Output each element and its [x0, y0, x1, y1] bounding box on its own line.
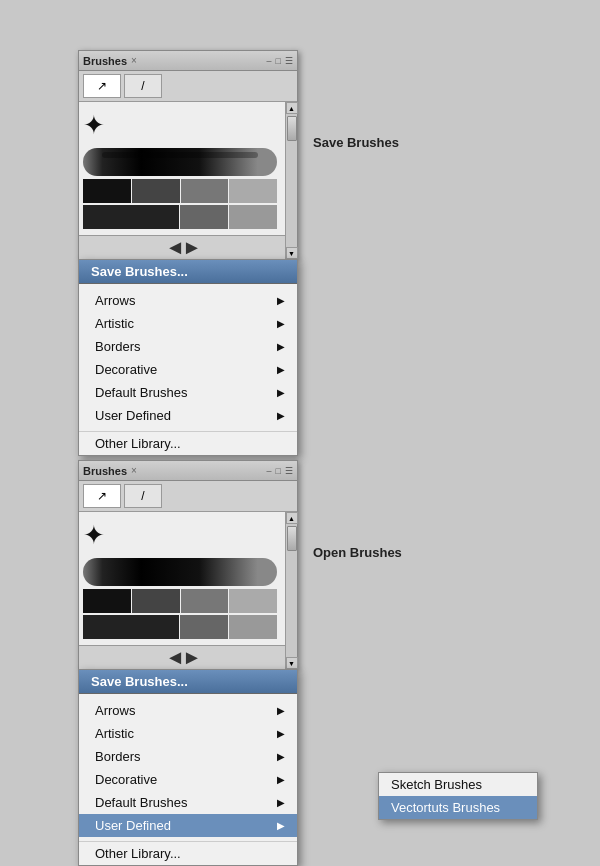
artistic-submenu-icon: ▶: [277, 318, 285, 329]
swatch-5: [83, 205, 179, 229]
panel-menu-icon-bottom[interactable]: ☰: [285, 466, 293, 476]
menu-item-default-brushes[interactable]: Default Brushes ▶: [79, 381, 297, 404]
brush-toolbar-top: ↗ /: [79, 71, 297, 102]
scroll-handle-bottom[interactable]: [287, 526, 297, 551]
left-arrow-icon-bottom: ◄: [165, 646, 182, 669]
user-defined-submenu: Sketch Brushes Vectortuts Brushes: [378, 772, 538, 820]
star-row: ✦: [83, 106, 277, 145]
top-dropdown-menu: Save Brushes... Arrows ▶ Artistic ▶ Bord…: [78, 259, 298, 456]
brush-tool-arrow[interactable]: ↗: [83, 74, 121, 98]
panel-body-top: ✦: [79, 102, 297, 259]
scroll-down-top[interactable]: ▼: [286, 247, 298, 259]
pencil-icon: /: [141, 79, 144, 93]
save-brushes-header-bottom[interactable]: Save Brushes...: [79, 670, 297, 694]
brush-tool-arrow-bottom[interactable]: ↗: [83, 484, 121, 508]
menu-item-decorative[interactable]: Decorative ▶: [79, 358, 297, 381]
top-brushes-panel: Brushes × – □ ☰ ↗ /: [78, 50, 298, 456]
panel-inner-bottom: ✦: [79, 512, 297, 669]
brush-tool-pencil[interactable]: /: [124, 74, 162, 98]
artistic-label: Artistic: [95, 316, 134, 331]
top-section: Brushes × – □ ☰ ↗ /: [78, 50, 298, 456]
decorative-label: Decorative: [95, 362, 157, 377]
brush-stroke-bottom-1: [83, 558, 277, 586]
panel-body-bottom: ✦: [79, 512, 297, 669]
arrow-icon-bottom: ↗: [97, 489, 107, 503]
bottom-dropdown-menu: Save Brushes... Arrows ▶ Artistic ▶ Bord…: [78, 669, 298, 866]
arrows-arrow-bottom: ▶: [277, 705, 285, 716]
default-brushes-submenu-icon: ▶: [277, 387, 285, 398]
borders-submenu-icon: ▶: [277, 341, 285, 352]
panel-dash-bottom: –: [267, 466, 272, 476]
scrollbar-bottom[interactable]: ▲ ▼: [285, 512, 297, 669]
swatch-3: [181, 179, 229, 203]
panel-controls-bottom: Brushes ×: [83, 465, 137, 477]
swatch-1: [83, 179, 131, 203]
panel-box-bottom: □: [276, 466, 281, 476]
multi-brush-row-2: [83, 205, 277, 229]
brush-preview-bottom: ✦: [79, 512, 285, 645]
star-row-bottom: ✦: [83, 516, 277, 555]
user-defined-arrow-bottom: ▶: [277, 820, 285, 831]
panel-inner-top: ✦: [79, 102, 297, 259]
left-arrow-icon: ◄: [165, 236, 182, 259]
arrows-label-bottom: Arrows: [95, 703, 135, 718]
menu-item-arrows[interactable]: Arrows ▶: [79, 289, 297, 312]
brush-tool-pencil-bottom[interactable]: /: [124, 484, 162, 508]
pencil-icon-bottom: /: [141, 489, 144, 503]
bottom-section: Brushes × – □ ☰ ↗ /: [78, 460, 298, 866]
other-library-top[interactable]: Other Library...: [79, 431, 297, 455]
panel-dash: –: [267, 56, 272, 66]
artistic-label-bottom: Artistic: [95, 726, 134, 741]
stroke-detail-1: [102, 152, 257, 158]
menu-item-artistic-bottom[interactable]: Artistic ▶: [79, 722, 297, 745]
brush-preview-top: ✦: [79, 102, 285, 235]
scroll-down-bottom[interactable]: ▼: [286, 657, 298, 669]
user-defined-label-bottom: User Defined: [95, 818, 171, 833]
menu-item-user-defined-bottom[interactable]: User Defined ▶: [79, 814, 297, 837]
menu-item-arrows-bottom[interactable]: Arrows ▶: [79, 699, 297, 722]
menu-item-artistic[interactable]: Artistic ▶: [79, 312, 297, 335]
brushes-panel-top: Brushes × – □ ☰ ↗ /: [78, 50, 298, 260]
nav-arrows-bottom[interactable]: ◄ ►: [79, 645, 285, 669]
decorative-submenu-icon: ▶: [277, 364, 285, 375]
swatch-b3: [181, 589, 229, 613]
menu-item-user-defined[interactable]: User Defined ▶: [79, 404, 297, 427]
multi-brush-bottom-2: [83, 615, 277, 639]
swatch-b2: [132, 589, 180, 613]
user-defined-submenu-icon: ▶: [277, 410, 285, 421]
star-shape-bottom: ✦: [83, 520, 105, 551]
scroll-up-bottom[interactable]: ▲: [286, 512, 298, 524]
scroll-up-top[interactable]: ▲: [286, 102, 298, 114]
menu-item-decorative-bottom[interactable]: Decorative ▶: [79, 768, 297, 791]
save-brushes-header[interactable]: Save Brushes...: [79, 260, 297, 284]
menu-item-borders[interactable]: Borders ▶: [79, 335, 297, 358]
menu-item-default-bottom[interactable]: Default Brushes ▶: [79, 791, 297, 814]
star-shape-top: ✦: [83, 110, 105, 141]
submenu-sketch[interactable]: Sketch Brushes: [379, 773, 537, 796]
borders-arrow-bottom: ▶: [277, 751, 285, 762]
scroll-handle-top[interactable]: [287, 116, 297, 141]
panel-controls: Brushes ×: [83, 55, 137, 67]
borders-label: Borders: [95, 339, 141, 354]
swatch-4: [229, 179, 277, 203]
panel-menu-icon[interactable]: ☰: [285, 56, 293, 66]
panel-close-indicator: ×: [131, 55, 137, 66]
multi-brush-bottom-1: [83, 589, 277, 613]
multi-brush-row-top: [83, 179, 277, 203]
other-library-bottom[interactable]: Other Library...: [79, 841, 297, 865]
user-defined-label: User Defined: [95, 408, 171, 423]
default-brushes-label: Default Brushes: [95, 385, 188, 400]
submenu-vectortuts[interactable]: Vectortuts Brushes: [379, 796, 537, 819]
bottom-brushes-panel: Brushes × – □ ☰ ↗ /: [78, 460, 298, 866]
right-arrow-icon-bottom: ►: [182, 646, 199, 669]
scroll-track-bottom: [286, 524, 298, 657]
swatch-b1: [83, 589, 131, 613]
swatch-7: [229, 205, 277, 229]
swatch-b7: [229, 615, 277, 639]
default-arrow-bottom: ▶: [277, 797, 285, 808]
default-brushes-label-bottom: Default Brushes: [95, 795, 188, 810]
brush-toolbar-bottom: ↗ /: [79, 481, 297, 512]
scrollbar-top[interactable]: ▲ ▼: [285, 102, 297, 259]
menu-item-borders-bottom[interactable]: Borders ▶: [79, 745, 297, 768]
nav-arrows-top[interactable]: ◄ ►: [79, 235, 285, 259]
